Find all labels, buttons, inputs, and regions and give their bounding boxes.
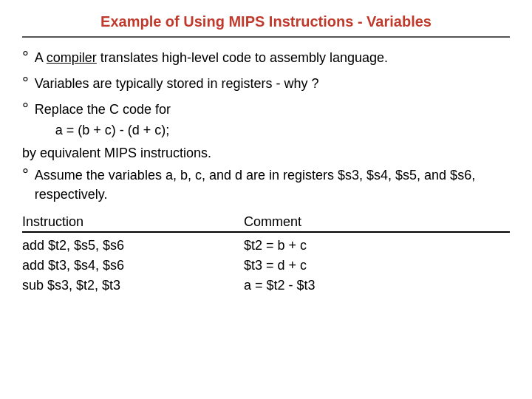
bullet-3-content: Replace the C code for a = (b + c) - (d …	[35, 100, 510, 140]
instruction-2: add $t3, $s4, $s6	[22, 258, 244, 273]
bullet-1-text-a: A	[35, 50, 47, 65]
instruction-3: sub $s3, $t2, $t3	[22, 278, 244, 293]
bullet-1-compiler: compiler	[47, 50, 97, 65]
bullet-1-content: A compiler translates high-level code to…	[35, 48, 510, 67]
bullet-2: ° Variables are typically stored in regi…	[22, 74, 510, 95]
bullet-1: ° A compiler translates high-level code …	[22, 48, 510, 69]
bullet-icon-2: °	[22, 72, 29, 95]
table-row: add $t2, $s5, $s6 $t2 = b + c	[22, 236, 510, 256]
slide-title: Example of Using MIPS Instructions - Var…	[22, 13, 510, 38]
table-row: sub $s3, $t2, $t3 a = $t2 - $t3	[22, 276, 510, 296]
instruction-table: Instruction Comment add $t2, $s5, $s6 $t…	[22, 214, 510, 296]
comment-3: a = $t2 - $t3	[244, 278, 510, 293]
bullet-4: ° Assume the variables a, b, c, and d ar…	[22, 166, 510, 204]
by-line: by equivalent MIPS instructions.	[22, 146, 510, 161]
table-row: add $t3, $s4, $s6 $t3 = d + c	[22, 256, 510, 276]
bullet-4-content: Assume the variables a, b, c, and d are …	[35, 166, 510, 204]
bullet-3: ° Replace the C code for a = (b + c) - (…	[22, 100, 510, 140]
instruction-1: add $t2, $s5, $s6	[22, 238, 244, 253]
table-header-row: Instruction Comment	[22, 214, 510, 233]
bullet-icon-4: °	[22, 164, 29, 187]
bullet-icon-1: °	[22, 47, 29, 69]
bullet-icon-3: °	[22, 98, 29, 121]
bullet-1-text-b: translates high-level code to assembly l…	[97, 50, 388, 65]
comment-2: $t3 = d + c	[244, 258, 510, 273]
col-header-comment: Comment	[244, 214, 510, 230]
bullet-3-main: Replace the C code for	[35, 100, 510, 119]
bullet-3-indent: a = (b + c) - (d + c);	[55, 120, 510, 140]
col-header-instruction: Instruction	[22, 214, 244, 230]
bullet-2-content: Variables are typically stored in regist…	[35, 74, 510, 93]
comment-1: $t2 = b + c	[244, 238, 510, 253]
slide-container: Example of Using MIPS Instructions - Var…	[0, 0, 532, 399]
